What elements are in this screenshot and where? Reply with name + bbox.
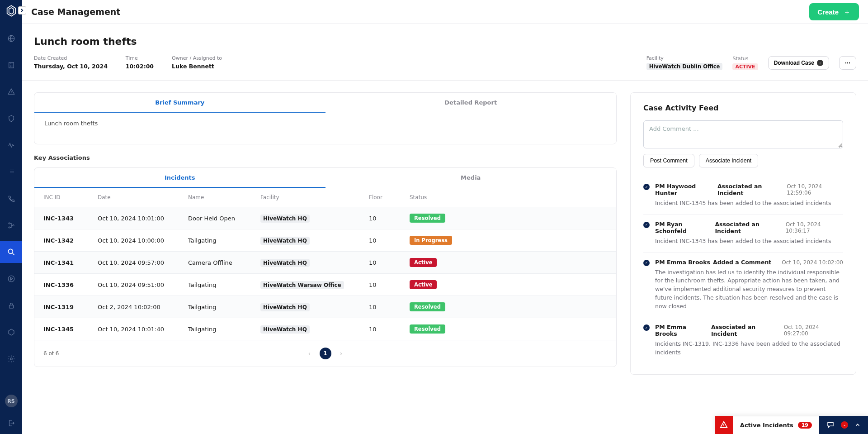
sidebar-item-search[interactable] (0, 241, 22, 263)
svg-marker-10 (9, 329, 14, 335)
associate-incident-button[interactable]: Associate Incident (699, 154, 758, 167)
col-facility[interactable]: Facility (260, 194, 369, 200)
tab-media[interactable]: Media (326, 168, 617, 188)
chat-icon[interactable] (826, 421, 835, 429)
meta-date-created: Thursday, Oct 10, 2024 (34, 63, 108, 70)
page-prev-button[interactable]: ‹ (304, 348, 315, 359)
cell-facility: HiveWatch HQ (260, 259, 369, 266)
feed-when: Oct 10, 2024 10:36:17 (786, 221, 843, 234)
cell-inc-id: INC-1343 (43, 215, 98, 222)
app-logo (4, 4, 19, 18)
sidebar-item-activity[interactable] (0, 134, 22, 156)
cell-name: Door Held Open (188, 215, 260, 222)
col-floor[interactable]: Floor (369, 194, 410, 200)
download-case-button[interactable]: Download Case ↓ (768, 56, 829, 70)
active-incidents-label: Active Incidents (740, 422, 793, 429)
cell-name: Tailgating (188, 304, 260, 310)
feed-when: Oct 10, 2024 09:27:00 (784, 324, 843, 337)
cell-date: Oct 2, 2024 10:02:00 (98, 304, 188, 310)
more-actions-button[interactable]: ⋯ (839, 56, 856, 70)
sidebar-item-logout[interactable] (0, 412, 22, 434)
summary-panel: Brief Summary Detailed Report Lunch room… (34, 92, 617, 144)
meta-owner: Luke Bennett (172, 63, 222, 70)
topbar: Case Management Create ＋ (22, 0, 868, 24)
col-inc-id[interactable]: INC ID (43, 194, 98, 200)
svg-point-8 (8, 276, 14, 282)
cell-name: Tailgating (188, 281, 260, 288)
create-label: Create (817, 8, 839, 16)
sidebar-item-list[interactable] (0, 161, 22, 183)
alert-icon[interactable] (715, 416, 733, 434)
case-meta: Date Created Thursday, Oct 10, 2024 Time… (34, 55, 856, 70)
cell-date: Oct 10, 2024 10:01:00 (98, 215, 188, 222)
activity-feed-panel: Case Activity Feed Add Comment ... Post … (630, 92, 856, 375)
cell-status: Resolved (410, 214, 607, 223)
cell-date: Oct 10, 2024 10:01:40 (98, 326, 188, 333)
cell-floor: 10 (369, 259, 410, 266)
post-comment-button[interactable]: Post Comment (643, 154, 694, 167)
cell-name: Tailgating (188, 237, 260, 244)
active-incidents-count: 19 (798, 422, 812, 429)
feed-text: Incident INC-1343 has been added to the … (655, 237, 843, 246)
col-status[interactable]: Status (410, 194, 607, 200)
tab-detailed-report[interactable]: Detailed Report (326, 93, 617, 113)
svg-rect-3 (9, 62, 14, 68)
cell-inc-id: INC-1319 (43, 304, 98, 310)
table-row[interactable]: INC-1343Oct 10, 2024 10:01:00Door Held O… (34, 207, 616, 229)
cell-date: Oct 10, 2024 09:57:00 (98, 259, 188, 266)
table-row[interactable]: INC-1345Oct 10, 2024 10:01:40TailgatingH… (34, 318, 616, 340)
page-title: Case Management (31, 7, 120, 17)
sidebar-expand-toggle[interactable] (18, 6, 26, 14)
cell-floor: 10 (369, 215, 410, 222)
cell-date: Oct 10, 2024 10:00:00 (98, 237, 188, 244)
feed-item: ✓PM Haywood HunterAssociated an Incident… (643, 176, 843, 214)
sidebar-item-phone[interactable] (0, 187, 22, 210)
cell-inc-id: INC-1336 (43, 281, 98, 288)
page-next-button[interactable]: › (336, 348, 347, 359)
sidebar-item-flow[interactable] (0, 214, 22, 236)
cell-name: Camera Offline (188, 259, 260, 266)
feed-text: The investigation has led us to identify… (655, 268, 843, 311)
user-avatar[interactable]: RS (5, 395, 18, 407)
svg-point-6 (13, 224, 14, 226)
sidebar-item-settings[interactable] (0, 348, 22, 370)
meta-owner-label: Owner / Assigned to (172, 55, 222, 61)
check-icon: ✓ (643, 184, 650, 190)
active-incidents-toggle[interactable]: Active Incidents 19 (733, 416, 819, 434)
meta-status-label: Status (732, 56, 758, 62)
sidebar-item-shield[interactable] (0, 107, 22, 129)
associations-panel: Incidents Media INC ID Date Name Facilit… (34, 167, 617, 367)
tab-incidents[interactable]: Incidents (34, 168, 326, 188)
feed-what: Associated an Incident (717, 183, 784, 196)
table-row[interactable]: INC-1336Oct 10, 2024 09:51:00TailgatingH… (34, 273, 616, 296)
plus-icon: ＋ (843, 7, 851, 17)
create-button[interactable]: Create ＋ (809, 3, 859, 20)
table-row[interactable]: INC-1342Oct 10, 2024 10:00:00TailgatingH… (34, 229, 616, 251)
table-count: 6 of 6 (43, 350, 304, 357)
cell-name: Tailgating (188, 326, 260, 333)
page-number[interactable]: 1 (320, 348, 331, 359)
case-title: Lunch room thefts (34, 36, 856, 47)
sidebar-item-alert[interactable] (0, 81, 22, 103)
sidebar-item-play[interactable] (0, 267, 22, 290)
table-row[interactable]: INC-1341Oct 10, 2024 09:57:00Camera Offl… (34, 251, 616, 273)
cell-floor: 10 (369, 304, 410, 310)
sidebar-item-lock[interactable] (0, 294, 22, 316)
download-icon: ↓ (817, 60, 823, 66)
col-name[interactable]: Name (188, 194, 260, 200)
svg-point-5 (9, 227, 10, 228)
feed-when: Oct 10, 2024 10:02:00 (782, 259, 843, 266)
feed-text: Incidents INC-1319, INC-1336 have been a… (655, 340, 843, 357)
meta-time: 10:02:00 (126, 63, 154, 70)
comment-input[interactable]: Add Comment ... (643, 120, 843, 148)
tab-brief-summary[interactable]: Brief Summary (34, 93, 326, 113)
sidebar-item-globe[interactable] (0, 27, 22, 49)
check-icon: ✓ (643, 222, 650, 228)
col-date[interactable]: Date (98, 194, 188, 200)
feed-what: Added a Comment (713, 259, 771, 266)
sidebar-item-building[interactable] (0, 54, 22, 76)
cell-status: Active (410, 258, 607, 267)
table-row[interactable]: INC-1319Oct 2, 2024 10:02:00TailgatingHi… (34, 296, 616, 318)
chevron-up-icon[interactable] (854, 422, 861, 428)
sidebar-item-hex[interactable] (0, 321, 22, 343)
